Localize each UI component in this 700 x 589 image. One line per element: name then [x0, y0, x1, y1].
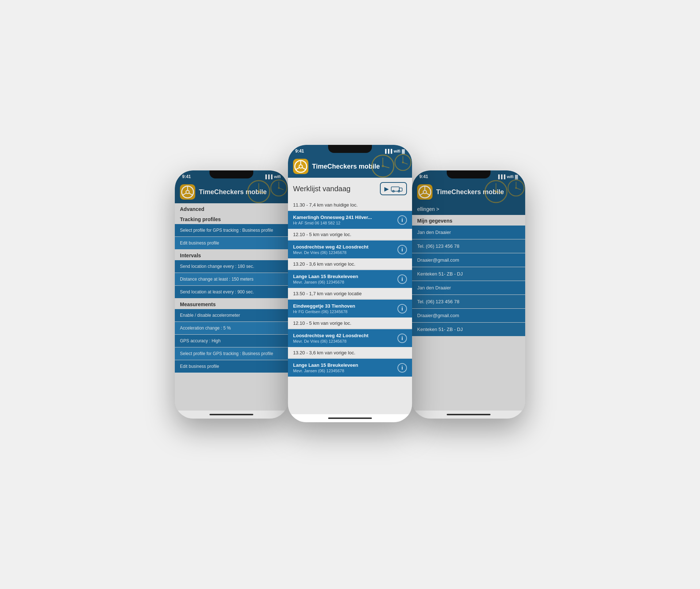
time-row-1: 11.30 - 7,4 km van huidige loc.: [288, 200, 412, 211]
settings-item-accelerometer[interactable]: Enable / disable accelerometer: [175, 309, 288, 322]
status-icons-right: ▐▐▐ wifi ▓: [497, 174, 518, 179]
settings-item-select-profile-2[interactable]: Select profile for GPS tracking : Busine…: [175, 347, 288, 360]
settings-item-edit-profile[interactable]: Edit business profile: [175, 237, 288, 249]
address-text-6: Lange Laan 15 Breukeleveen Mevr. Jansen …: [293, 362, 395, 373]
battery-icon-right: ▓: [515, 174, 518, 179]
profile-item-kenteken[interactable]: Kenteken 51- ZB - DJ: [412, 267, 525, 281]
settings-item-gps-accuracy[interactable]: GPS accuracy : High: [175, 335, 288, 347]
svg-line-33: [420, 193, 424, 195]
home-indicator-center: [288, 414, 412, 422]
info-icon-4[interactable]: i: [397, 304, 407, 313]
home-indicator-right: [412, 411, 525, 419]
address-item-1[interactable]: Kamerlingh Onnesweg 241 Hilver... Hr AF …: [288, 211, 412, 229]
settings-content-left: Advanced Tracking profiles Select profil…: [175, 203, 288, 411]
profile-section-header: Mijn gegevens: [412, 215, 525, 225]
wifi-icon: wifi: [274, 174, 281, 179]
status-icons-left: ▐▐▐ wifi: [264, 174, 281, 179]
address-text-3: Lange Laan 15 Breukeleveen Mevr. Jansen …: [293, 274, 395, 284]
signal-icon: ▐▐▐: [264, 174, 272, 179]
app-title-left: TimeCheckers mobile: [199, 188, 283, 196]
settings-breadcrumb[interactable]: ellingen >: [412, 203, 525, 215]
settings-item-send-location[interactable]: Send location change every : 180 sec.: [175, 260, 288, 273]
section-header-intervals: Intervals: [175, 250, 288, 260]
section-header-measurements: Measurements: [175, 299, 288, 309]
time-row-3: 13.20 - 3,6 km van vorige loc.: [288, 259, 412, 270]
signal-icon-right: ▐▐▐: [497, 174, 505, 179]
info-icon-3[interactable]: i: [397, 274, 407, 284]
svg-line-4: [189, 193, 193, 195]
app-title-center: TimeCheckers mobile: [312, 163, 407, 170]
time-row-5: 12.10 - 5 km van vorige loc.: [288, 318, 412, 329]
steering-wheel-icon-center: [294, 160, 307, 173]
van-icon: [391, 185, 403, 192]
app-title-right: TimeCheckers mobile: [436, 188, 520, 196]
time-row-6: 13.20 - 3,6 km van vorige loc.: [288, 347, 412, 358]
info-icon-2[interactable]: i: [397, 245, 407, 254]
signal-icon-center: ▐▐▐: [384, 149, 392, 153]
settings-item-acceleration-change[interactable]: Acceleration change : 5 %: [175, 322, 288, 334]
address-item-3[interactable]: Lange Laan 15 Breukeleveen Mevr. Jansen …: [288, 270, 412, 288]
time-row-4: 13.50 - 1,7 km van vorige locatie: [288, 288, 412, 299]
app-header-right: TimeCheckers mobile: [412, 181, 525, 203]
profile-item-kenteken-2[interactable]: Kenteken 51- ZB - DJ: [412, 323, 525, 336]
address-text-5: Loosdrechtse weg 42 Loosdrecht Mevr. De …: [293, 333, 395, 343]
phone-left: 9:41 ▐▐▐ wifi TimeCheckers m: [175, 170, 288, 419]
settings-item-select-profile[interactable]: Select profile for GPS tracking : Busine…: [175, 224, 288, 236]
notch-center: [328, 145, 372, 153]
profile-item-email[interactable]: Draaier@gmail.com: [412, 253, 525, 267]
time-left: 9:41: [182, 174, 191, 179]
time-right: 9:41: [419, 174, 428, 179]
app-header-left: TimeCheckers mobile: [175, 181, 288, 203]
settings-section-advanced: Advanced Tracking profiles Select profil…: [175, 203, 288, 373]
time-center: 9:41: [295, 149, 304, 154]
svg-line-16: [296, 168, 300, 170]
play-button[interactable]: ▶: [380, 182, 407, 195]
address-text-4: Eindweggetje 33 Tienhoven Hr FG Geritsen…: [293, 303, 395, 314]
profile-item-email-2[interactable]: Draaier@gmail.com: [412, 309, 525, 322]
werklijst-header: Werklijst vandaag ▶: [288, 178, 412, 200]
address-item-2[interactable]: Loosdrechtse weg 42 Loosdrecht Mevr. De …: [288, 240, 412, 258]
app-logo-left: [180, 184, 195, 200]
breadcrumb-text: ellingen >: [417, 206, 439, 212]
phone-center: 9:41 ▐▐▐ wifi ▓ TimeCheck: [288, 145, 412, 422]
status-icons-center: ▐▐▐ wifi ▓: [384, 149, 405, 153]
address-item-5[interactable]: Loosdrechtse weg 42 Loosdrecht Mevr. De …: [288, 329, 412, 347]
time-row-2: 12.10 - 5 km van vorige loc.: [288, 229, 412, 240]
settings-item-edit-profile-2[interactable]: Edit business profile: [175, 360, 288, 373]
address-item-6[interactable]: Lange Laan 15 Breukeleveen Mevr. Jansen …: [288, 359, 412, 377]
scene: 9:41 ▐▐▐ wifi TimeCheckers m: [175, 145, 525, 444]
profile-content: Mijn gegevens Jan den Draaier Tel. (06) …: [412, 215, 525, 411]
profile-item-name[interactable]: Jan den Draaier: [412, 226, 525, 239]
home-bar-center: [328, 417, 372, 419]
address-text-1: Kamerlingh Onnesweg 241 Hilver... Hr AF …: [293, 215, 395, 225]
phone-right: 9:41 ▐▐▐ wifi ▓ TimeCheck: [412, 170, 525, 419]
werklijst-title: Werklijst vandaag: [293, 185, 350, 193]
section-header-advanced: Advanced: [175, 203, 288, 213]
notch-right: [447, 170, 491, 178]
address-item-4[interactable]: Eindweggetje 33 Tienhoven Hr FG Geritsen…: [288, 300, 412, 317]
app-logo-center: [293, 159, 308, 174]
home-bar-right: [447, 414, 491, 415]
steering-wheel-icon-left: [181, 185, 194, 199]
svg-line-34: [426, 193, 430, 195]
profile-item-name-2[interactable]: Jan den Draaier: [412, 281, 525, 294]
info-icon-1[interactable]: i: [397, 215, 407, 225]
profile-item-phone[interactable]: Tel. (06) 123 456 78: [412, 239, 525, 253]
home-indicator-left: [175, 411, 288, 419]
steering-wheel-icon-right: [418, 185, 431, 199]
svg-point-31: [423, 190, 427, 194]
svg-line-17: [302, 168, 306, 170]
play-icon: ▶: [384, 185, 389, 192]
svg-line-3: [182, 193, 186, 195]
app-header-center: TimeCheckers mobile: [288, 155, 412, 178]
info-icon-5[interactable]: i: [397, 334, 407, 343]
notch-left: [209, 170, 253, 178]
info-icon-6[interactable]: i: [397, 363, 407, 373]
werklijst-content: Werklijst vandaag ▶ 11.30 - 7,4 km van h…: [288, 178, 412, 414]
battery-icon-center: ▓: [402, 149, 405, 153]
settings-item-distance-change[interactable]: Distance change at least : 150 meters: [175, 273, 288, 285]
svg-point-14: [299, 165, 303, 168]
settings-item-send-least[interactable]: Send location at least every : 900 sec.: [175, 286, 288, 298]
home-bar-left: [209, 414, 253, 415]
profile-item-phone-2[interactable]: Tel. (06) 123 456 78: [412, 295, 525, 308]
